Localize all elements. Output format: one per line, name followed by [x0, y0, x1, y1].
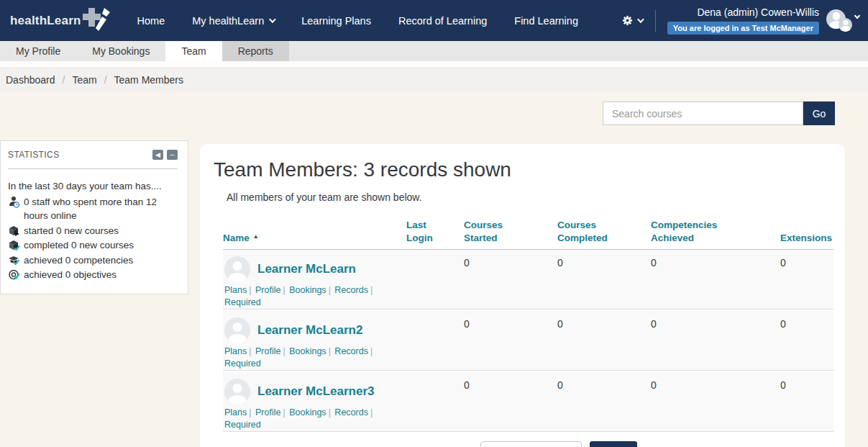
column-header-last-login[interactable]: Last Login	[406, 219, 433, 245]
member-avatar[interactable]	[224, 379, 250, 405]
nz-cross-logo-icon	[83, 6, 113, 35]
member-name-link[interactable]: Learner McLearn2	[257, 323, 362, 338]
page-title: Team Members: 3 records shown	[200, 144, 845, 181]
courses-completed-icon	[8, 239, 20, 251]
bookings-link[interactable]: Bookings	[280, 407, 326, 417]
bookings-link[interactable]: Bookings	[280, 285, 326, 295]
admin-settings-menu[interactable]	[622, 15, 642, 26]
stat-item: completed 0 new courses	[8, 238, 178, 253]
courses-started-value: 0	[464, 256, 557, 309]
nav-item-label: Find Learning	[514, 15, 578, 27]
member-name-link[interactable]: Learner McLearn	[257, 262, 356, 276]
competencies-icon	[8, 254, 20, 266]
nav-item-learning-plans[interactable]: Learning Plans	[301, 15, 371, 27]
logged-in-as-badge: You are logged in as Test McManager	[667, 22, 819, 35]
section-tabs: My Profile My Bookings Team Reports	[0, 41, 868, 61]
chevron-down-icon	[637, 16, 644, 23]
block-controls: ◀ ─	[152, 150, 178, 160]
records-link[interactable]: Records	[326, 285, 368, 295]
course-search: Go	[603, 101, 835, 125]
healthlearn-logo[interactable]: healthLearn	[10, 6, 113, 35]
competencies-achieved-value: 0	[651, 317, 780, 370]
member-avatar[interactable]	[224, 256, 250, 282]
nav-item-label: My healthLearn	[192, 15, 264, 27]
nav-item-label: Home	[137, 15, 165, 27]
name-cell: Learner McLearn PlansProfileBookingsReco…	[223, 256, 406, 309]
member-avatar[interactable]	[224, 317, 250, 343]
sort-ascending-icon: ▲	[253, 233, 259, 241]
stat-text: completed 0 new courses	[24, 238, 178, 253]
competencies-achieved-value: 0	[651, 379, 780, 431]
breadcrumb-dashboard[interactable]: Dashboard	[6, 74, 72, 86]
user-name: Dena (admin) Cowen-Willis	[667, 6, 819, 18]
gear-icon	[622, 15, 633, 26]
column-header-competencies-achieved[interactable]: Competencies Achieved	[651, 219, 717, 245]
profile-link[interactable]: Profile	[247, 346, 280, 356]
plans-link[interactable]: Plans	[224, 346, 247, 356]
plans-link[interactable]: Plans	[224, 407, 247, 417]
stat-text: started 0 new courses	[24, 224, 178, 238]
courses-completed-value: 0	[557, 256, 651, 309]
nav-item-my-healthlearn[interactable]: My healthLearn	[192, 15, 274, 27]
staff-online-icon	[8, 196, 20, 208]
member-name-link[interactable]: Learner McLearner3	[257, 384, 375, 399]
member-action-links: PlansProfileBookingsRecordsRequired	[224, 407, 375, 431]
tab-team[interactable]: Team	[165, 41, 221, 61]
table-row: Learner McLearn PlansProfileBookingsReco…	[223, 250, 833, 310]
objectives-icon	[8, 268, 20, 281]
stat-item: started 0 new courses	[8, 224, 178, 238]
courses-completed-value: 0	[557, 379, 651, 431]
tab-reports[interactable]: Reports	[222, 41, 289, 61]
stat-item: achieved 0 competencies	[8, 253, 178, 268]
navbar-right: Dena (admin) Cowen-Willis You are logged…	[622, 0, 859, 41]
user-menu[interactable]	[826, 6, 859, 35]
statistics-header: STATISTICS ◀ ─	[8, 150, 178, 169]
navbar-divider	[655, 10, 656, 32]
search-go-button[interactable]: Go	[803, 101, 835, 125]
column-header-courses-completed[interactable]: Courses Completed	[557, 219, 608, 245]
breadcrumb-team-members: Team Members	[114, 74, 183, 86]
team-members-table: Name ▲ Last Login Courses Started Course…	[223, 219, 833, 432]
breadcrumb-team[interactable]: Team	[72, 74, 114, 86]
stat-text: 0 staff who spent more than 12 hours onl…	[24, 195, 178, 223]
column-label: Name	[223, 232, 250, 245]
tab-my-profile[interactable]: My Profile	[0, 41, 76, 61]
nav-item-find-learning[interactable]: Find Learning	[514, 15, 578, 27]
table-row: Learner McLearn2 PlansProfileBookingsRec…	[223, 311, 833, 371]
primary-nav: Home My healthLearn Learning Plans Recor…	[137, 15, 578, 27]
nav-item-label: Learning Plans	[301, 15, 371, 27]
records-link[interactable]: Records	[326, 346, 368, 356]
column-header-extensions[interactable]: Extensions	[780, 232, 832, 245]
search-input[interactable]	[603, 101, 803, 125]
statistics-block: STATISTICS ◀ ─ In the last 30 days your …	[0, 140, 188, 294]
plans-link[interactable]: Plans	[224, 285, 247, 295]
export-format-select[interactable]	[480, 441, 582, 447]
table-row: Learner McLearner3 PlansProfileBookingsR…	[223, 372, 833, 432]
profile-link[interactable]: Profile	[247, 407, 280, 417]
column-header-name[interactable]: Name ▲	[223, 232, 406, 245]
column-header-courses-started[interactable]: Courses Started	[464, 219, 503, 245]
export-button[interactable]	[590, 441, 637, 447]
nav-item-record-of-learning[interactable]: Record of Learning	[398, 15, 487, 27]
extensions-value: 0	[780, 379, 833, 431]
profile-link[interactable]: Profile	[247, 285, 280, 295]
name-cell: Learner McLearn2 PlansProfileBookingsRec…	[223, 317, 406, 370]
chevron-down-icon	[269, 16, 276, 23]
nav-item-home[interactable]: Home	[137, 15, 165, 27]
courses-completed-value: 0	[557, 317, 651, 370]
stat-item: achieved 0 objectives	[8, 268, 178, 282]
collapse-block-icon[interactable]: ─	[167, 150, 178, 160]
statistics-intro: In the last 30 days your team has....	[8, 179, 178, 194]
table-header-row: Name ▲ Last Login Courses Started Course…	[223, 219, 833, 250]
bookings-link[interactable]: Bookings	[280, 346, 326, 356]
name-cell: Learner McLearner3 PlansProfileBookingsR…	[223, 379, 406, 431]
team-members-panel: Team Members: 3 records shown All member…	[200, 144, 845, 447]
dock-block-icon[interactable]: ◀	[152, 150, 163, 160]
member-action-links: PlansProfileBookingsRecordsRequired	[224, 346, 375, 370]
records-link[interactable]: Records	[326, 407, 368, 417]
breadcrumb: Dashboard Team Team Members	[0, 67, 868, 92]
chevron-down-icon	[854, 12, 860, 18]
courses-started-value: 0	[464, 379, 557, 431]
stat-text: achieved 0 competencies	[24, 253, 178, 268]
tab-my-bookings[interactable]: My Bookings	[76, 41, 165, 61]
